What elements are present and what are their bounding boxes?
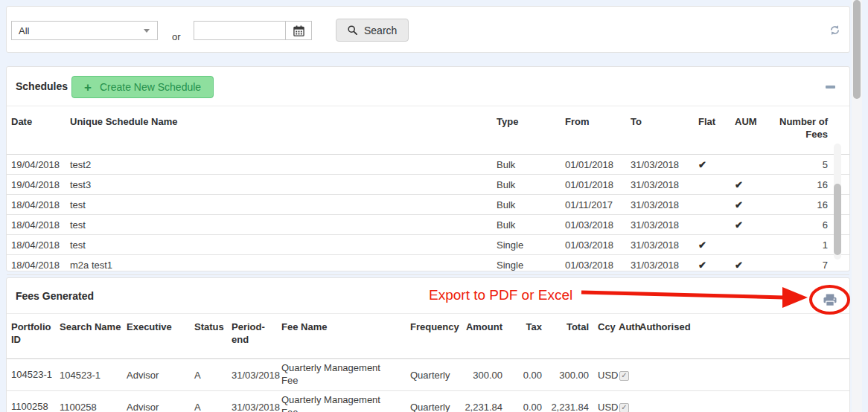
col-header-tax: Tax bbox=[507, 321, 546, 334]
col-header-from: From bbox=[565, 116, 631, 129]
table-row[interactable]: 18/04/2018m2a test1Single01/03/201831/03… bbox=[7, 255, 849, 275]
cell-to: 31/03/2018 bbox=[631, 159, 695, 170]
col-header-flat: Flat bbox=[695, 116, 732, 129]
flat-checkmark: ✔ bbox=[695, 239, 732, 251]
table-scrollbar-thumb[interactable] bbox=[834, 184, 841, 255]
cell-search-name: 104523-1 bbox=[60, 370, 127, 381]
col-header-search-name: Search Name bbox=[60, 321, 127, 334]
cell-to: 31/03/2018 bbox=[631, 199, 695, 210]
schedules-table: Date Unique Schedule Name Type From To F… bbox=[7, 106, 849, 275]
cell-from: 01/11/2017 bbox=[565, 199, 631, 210]
cell-to: 31/03/2018 bbox=[631, 260, 695, 271]
cell-tax: 0.00 bbox=[507, 370, 546, 381]
flat-checkmark: ✔ bbox=[695, 159, 732, 170]
cell-fees: 1 bbox=[778, 239, 832, 251]
cell-portfolio-id: 104523-1 bbox=[11, 369, 60, 382]
cell-name: test3 bbox=[70, 179, 497, 190]
aum-checkmark: ✔ bbox=[732, 260, 778, 271]
create-new-schedule-label: Create New Schedule bbox=[100, 81, 201, 93]
page-scrollbar-thumb[interactable] bbox=[853, 0, 861, 99]
cell-date: 18/04/2018 bbox=[11, 219, 70, 231]
chevron-down-icon bbox=[144, 29, 150, 33]
cell-frequency: Quarterly bbox=[410, 370, 464, 381]
cell-fees: 16 bbox=[778, 179, 832, 190]
filters-panel: All or Search bbox=[6, 6, 850, 53]
schedules-title: Schedules bbox=[16, 80, 68, 92]
cell-fee-name: Quarterly Management Fee bbox=[281, 362, 410, 387]
cell-from: 01/01/2018 bbox=[565, 159, 631, 170]
col-header-date: Date bbox=[11, 116, 70, 129]
col-header-number-of-fees: Number of Fees bbox=[778, 116, 832, 141]
col-header-portfolio-id: Portfolio ID bbox=[11, 321, 60, 347]
cell-name: test bbox=[70, 239, 497, 251]
page-scrollbar[interactable] bbox=[852, 0, 862, 412]
cell-total: 300.00 bbox=[546, 370, 593, 381]
export-annotation-text: Export to PDF or Excel bbox=[429, 287, 572, 303]
print-export-button[interactable] bbox=[823, 294, 837, 306]
schedules-panel: Schedules + Create New Schedule Date Uni… bbox=[6, 66, 850, 271]
cell-fee-name: Quarterly Management Fee bbox=[281, 394, 410, 412]
fees-table-header: Portfolio ID Search Name Executive Statu… bbox=[7, 314, 849, 359]
annotation-arrow bbox=[580, 287, 809, 309]
cell-portfolio-id: 1100258 bbox=[11, 401, 60, 412]
cell-period-end: 31/03/2018 bbox=[232, 402, 281, 412]
cell-status: A bbox=[194, 370, 232, 381]
or-label: or bbox=[172, 31, 181, 42]
col-header-auth: Auth bbox=[619, 321, 639, 334]
table-row[interactable]: 18/04/2018testSingle01/03/201831/03/2018… bbox=[7, 235, 849, 255]
search-button[interactable]: Search bbox=[336, 19, 409, 42]
cell-name: test bbox=[70, 199, 497, 210]
cell-name: test bbox=[70, 219, 497, 231]
cell-status: A bbox=[194, 402, 232, 412]
table-row[interactable]: 11002581100258AdvisorA31/03/2018Quarterl… bbox=[7, 391, 849, 412]
schedules-table-body: 19/04/2018test2Bulk01/01/201831/03/2018✔… bbox=[7, 155, 849, 275]
date-input[interactable] bbox=[194, 22, 285, 39]
filter-type-select[interactable]: All bbox=[11, 21, 158, 40]
cell-from: 01/03/2018 bbox=[565, 260, 631, 271]
table-row[interactable]: 18/04/2018testBulk01/03/201831/03/2018✔6 bbox=[7, 215, 849, 235]
table-row[interactable]: 18/04/2018testBulk01/11/201731/03/2018✔1… bbox=[7, 195, 849, 215]
col-header-unique-schedule-name: Unique Schedule Name bbox=[70, 116, 497, 129]
cell-name: test2 bbox=[70, 159, 497, 170]
search-button-label: Search bbox=[364, 25, 397, 36]
cell-type: Bulk bbox=[497, 199, 565, 210]
table-scrollbar[interactable] bbox=[834, 144, 841, 260]
col-header-period-end: Period-end bbox=[232, 321, 281, 347]
cell-type: Bulk bbox=[497, 159, 565, 170]
filter-type-value: All bbox=[19, 25, 29, 36]
cell-auth: ✓ bbox=[619, 401, 639, 412]
col-header-amount: Amount bbox=[464, 321, 507, 334]
cell-executive: Advisor bbox=[127, 402, 194, 412]
auth-checkbox[interactable]: ✓ bbox=[619, 403, 629, 412]
table-row[interactable]: 104523-1104523-1AdvisorA31/03/2018Quarte… bbox=[7, 359, 849, 391]
cell-from: 01/01/2018 bbox=[565, 179, 631, 190]
cell-amount: 2,231.84 bbox=[464, 402, 507, 412]
cell-date: 19/04/2018 bbox=[11, 179, 70, 190]
cell-name: m2a test1 bbox=[70, 260, 497, 271]
auth-checkbox[interactable]: ✓ bbox=[619, 371, 629, 381]
table-row[interactable]: 19/04/2018test3Bulk01/01/201831/03/2018✔… bbox=[7, 175, 849, 195]
cell-fees: 16 bbox=[778, 199, 832, 210]
col-header-to: To bbox=[631, 116, 695, 129]
calendar-icon bbox=[293, 25, 304, 36]
refresh-button[interactable] bbox=[829, 25, 840, 38]
cell-date: 18/04/2018 bbox=[11, 199, 70, 210]
cell-auth: ✓ bbox=[619, 369, 639, 381]
cell-date: 18/04/2018 bbox=[11, 239, 70, 251]
cell-type: Single bbox=[497, 260, 565, 271]
create-new-schedule-button[interactable]: + Create New Schedule bbox=[71, 76, 214, 98]
date-input-group bbox=[194, 21, 312, 40]
calendar-button[interactable] bbox=[285, 22, 311, 39]
cell-fees: 7 bbox=[778, 260, 832, 271]
cell-from: 01/03/2018 bbox=[565, 219, 631, 231]
printer-icon bbox=[823, 294, 837, 306]
col-header-total: Total bbox=[546, 321, 593, 334]
cell-from: 01/03/2018 bbox=[565, 239, 631, 251]
cell-date: 19/04/2018 bbox=[11, 159, 70, 170]
cell-fees: 5 bbox=[778, 159, 832, 170]
collapse-panel-button[interactable] bbox=[822, 83, 838, 91]
cell-tax: 0.00 bbox=[507, 402, 546, 412]
cell-type: Bulk bbox=[497, 219, 565, 231]
col-header-type: Type bbox=[497, 116, 565, 129]
table-row[interactable]: 19/04/2018test2Bulk01/01/201831/03/2018✔… bbox=[7, 155, 849, 175]
